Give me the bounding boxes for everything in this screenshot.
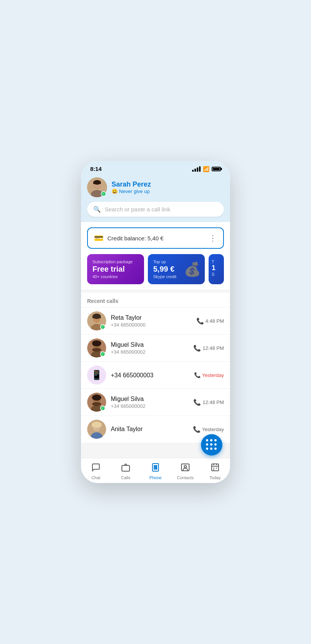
calls-icon: [121, 463, 130, 474]
nav-phone-label: Phone: [149, 475, 162, 480]
credit-card[interactable]: 💳 Credit balance: 5,40 € ⋮: [87, 227, 224, 249]
package-subtitle-0: Subscription package: [92, 259, 139, 264]
avatar-unknown: 📱: [87, 365, 106, 385]
packages-section: Subscription package Free trial 40+ coun…: [81, 254, 230, 290]
wifi-icon: 📶: [203, 166, 209, 172]
svg-point-31: [156, 465, 157, 466]
svg-point-35: [154, 469, 155, 469]
recent-calls-title: Recent calls: [81, 293, 230, 307]
svg-point-37: [156, 469, 157, 469]
svg-point-34: [156, 467, 157, 468]
subscription-package-card[interactable]: Subscription package Free trial 40+ coun…: [87, 254, 144, 284]
phone-frame: 8:14 📶: [81, 161, 230, 483]
call-number-miguel2: +34 665000002: [111, 403, 189, 409]
nav-contacts-label: Contacts: [177, 475, 193, 480]
dialpad-fab-button[interactable]: [201, 434, 222, 456]
nav-contacts[interactable]: Contacts: [170, 461, 200, 481]
call-incoming-icon-reta: 📞: [196, 317, 204, 325]
avatar-reta: [87, 311, 106, 330]
online-badge: [101, 191, 106, 196]
svg-rect-5: [93, 182, 101, 184]
call-info-anita: Anita Taylor: [111, 426, 188, 433]
call-number-miguel1: +34 665000002: [111, 349, 189, 355]
svg-rect-26: [122, 465, 130, 471]
search-bar: 🔍 Search or paste a call link: [81, 202, 230, 222]
search-icon: 🔍: [93, 206, 101, 213]
avatar-miguel2: [87, 393, 106, 412]
call-number-reta: +34 665000000: [111, 322, 192, 328]
extra-package-card[interactable]: T 1 S: [209, 254, 224, 284]
call-time-text-reta: 4:48 PM: [206, 318, 224, 324]
call-info-miguel2: Miguel Silva +34 665000002: [111, 396, 189, 409]
svg-point-30: [155, 465, 156, 466]
today-icon: [211, 463, 220, 474]
credit-section: 💳 Credit balance: 5,40 € ⋮: [81, 222, 230, 254]
call-item-miguel2[interactable]: Miguel Silva +34 665000002 📞 12:48 PM: [81, 388, 230, 415]
extra-desc: S: [212, 272, 221, 277]
battery-icon: [212, 167, 221, 171]
call-item-reta[interactable]: Reta Taylor +34 665000000 📞 4:48 PM: [81, 307, 230, 334]
call-name-miguel2: Miguel Silva: [111, 396, 189, 402]
credit-text: Credit balance: 5,40 €: [107, 235, 164, 242]
call-icon-miguel1: 📞: [193, 345, 201, 352]
call-time-text-anita: Yesterday: [202, 427, 224, 432]
call-item-unknown[interactable]: 📱 +34 665000003 📞 Yesterday: [81, 361, 230, 388]
call-time-miguel2: 📞 12:48 PM: [193, 399, 224, 406]
svg-point-14: [92, 340, 101, 346]
more-options-button[interactable]: ⋮: [209, 233, 217, 243]
credit-icon: 💳: [94, 233, 104, 243]
nav-today[interactable]: Today: [200, 461, 230, 481]
dialpad-icon: [206, 439, 217, 451]
svg-rect-40: [212, 464, 219, 471]
missed-call-icon: 📞: [194, 372, 201, 378]
nav-calls[interactable]: Calls: [111, 461, 141, 481]
user-info: Sarah Perez 😀 Never give up: [112, 180, 224, 194]
signal-icon: [192, 166, 201, 172]
call-name-miguel1: Miguel Silva: [111, 341, 189, 348]
online-indicator-reta: [100, 324, 105, 330]
online-indicator-miguel2: [100, 406, 105, 411]
call-item-miguel1[interactable]: Miguel Silva +34 665000002 📞 12:48 PM: [81, 334, 230, 361]
call-time-unknown: 📞 Yesterday: [194, 372, 224, 378]
svg-point-19: [92, 394, 101, 401]
avatar-container: [87, 177, 107, 197]
recent-calls-section: Recent calls R: [81, 293, 230, 443]
call-time-text-miguel2: 12:48 PM: [202, 399, 224, 405]
call-info-miguel1: Miguel Silva +34 665000002: [111, 341, 189, 355]
status-icons: 📶: [192, 166, 221, 172]
search-input-wrap[interactable]: 🔍 Search or paste a call link: [87, 202, 224, 217]
contacts-icon: [181, 463, 190, 474]
user-status: 😀 Never give up: [112, 188, 224, 194]
main-content: 💳 Credit balance: 5,40 € ⋮ Subscription …: [81, 222, 230, 458]
money-icon: 💰: [184, 261, 201, 277]
extra-subtitle: T: [212, 259, 221, 264]
nav-phone[interactable]: Phone: [141, 461, 170, 481]
call-info-reta: Reta Taylor +34 665000000: [111, 314, 192, 328]
status-time: 8:14: [90, 166, 102, 172]
phone-icon: [151, 463, 160, 474]
call-time-anita: 📞 Yesterday: [193, 426, 224, 433]
call-time-text-unknown: Yesterday: [202, 372, 224, 378]
chat-icon: [91, 463, 100, 474]
svg-point-39: [184, 465, 186, 468]
svg-point-36: [155, 469, 156, 469]
package-desc-0: 40+ countries: [92, 274, 139, 279]
nav-chat[interactable]: Chat: [81, 461, 111, 481]
svg-point-15: [92, 348, 101, 352]
call-info-unknown: +34 665000003: [111, 371, 190, 379]
nav-chat-label: Chat: [91, 475, 100, 480]
credit-left: 💳 Credit balance: 5,40 €: [94, 233, 164, 243]
bottom-nav: Chat Calls: [81, 458, 230, 483]
call-name-anita: Anita Taylor: [111, 426, 188, 433]
call-time-miguel1: 📞 12:48 PM: [193, 345, 224, 352]
user-name: Sarah Perez: [112, 180, 224, 188]
status-bar: 8:14 📶: [81, 161, 230, 174]
search-placeholder: Search or paste a call link: [105, 206, 170, 213]
svg-point-33: [155, 467, 156, 468]
package-title-0: Free trial: [92, 265, 139, 274]
svg-rect-25: [92, 425, 102, 427]
call-number-unknown: +34 665000003: [111, 372, 190, 379]
topup-package-card[interactable]: Top up 5,99 € Skype credit 💰: [148, 254, 205, 284]
svg-marker-27: [124, 464, 127, 465]
svg-point-32: [154, 467, 155, 468]
